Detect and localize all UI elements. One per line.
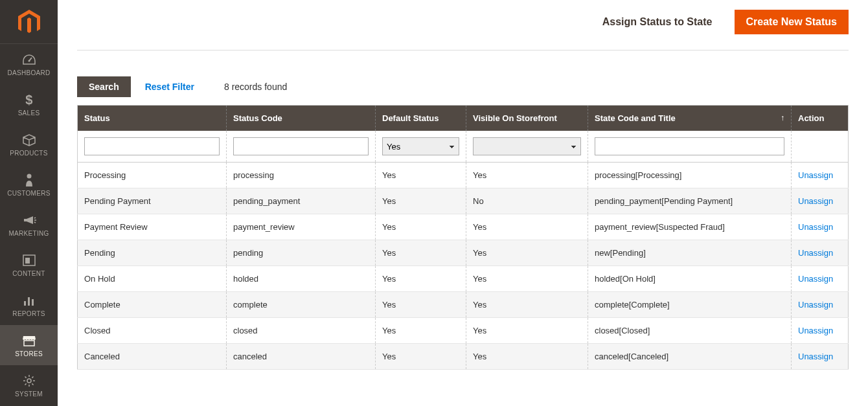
nav-item-reports[interactable]: REPORTS: [0, 285, 58, 325]
cell-visible: Yes: [466, 240, 588, 266]
nav-label: SALES: [18, 109, 40, 117]
cell-visible: Yes: [466, 266, 588, 292]
nav-item-marketing[interactable]: MARKETING: [0, 205, 58, 245]
assign-status-button[interactable]: Assign Status to State: [591, 10, 724, 34]
status-grid: Status Status Code Default Status Visibl…: [77, 105, 849, 370]
cell-status: Pending: [78, 240, 227, 266]
header-status-code[interactable]: Status Code: [227, 106, 376, 131]
nav-label: DASHBOARD: [7, 69, 50, 76]
unassign-link[interactable]: Unassign: [798, 352, 833, 361]
filter-status-input[interactable]: [84, 137, 220, 155]
header-status[interactable]: Status: [78, 106, 227, 131]
cell-status: Canceled: [78, 344, 227, 370]
filter-state-input[interactable]: [595, 137, 784, 155]
cell-code: processing: [227, 163, 376, 188]
cell-visible: No: [466, 188, 588, 214]
table-row[interactable]: ProcessingprocessingYesYesprocessing[Pro…: [78, 163, 849, 188]
magento-logo[interactable]: [0, 0, 58, 44]
filter-code-input[interactable]: [233, 137, 369, 155]
cell-code: holded: [227, 266, 376, 292]
records-count: 8 records found: [224, 82, 287, 92]
table-row[interactable]: CompletecompleteYesYescomplete[Complete]…: [78, 292, 849, 318]
dollar-icon: $: [25, 93, 34, 107]
unassign-link[interactable]: Unassign: [798, 170, 833, 180]
cell-default: Yes: [376, 266, 466, 292]
nav-item-system[interactable]: SYSTEM: [0, 365, 58, 405]
nav-label: CUSTOMERS: [7, 190, 50, 197]
cell-status: Payment Review: [78, 214, 227, 240]
header-state-code-title[interactable]: State Code and Title ↑: [588, 106, 792, 131]
unassign-link[interactable]: Unassign: [798, 300, 833, 310]
unassign-link[interactable]: Unassign: [798, 326, 833, 335]
search-button[interactable]: Search: [77, 76, 131, 97]
reset-filter-link[interactable]: Reset Filter: [145, 82, 194, 92]
cell-code: closed: [227, 318, 376, 344]
nav-label: PRODUCTS: [10, 150, 48, 157]
nav-label: REPORTS: [12, 310, 45, 317]
cell-status: Processing: [78, 163, 227, 188]
cell-status: Closed: [78, 318, 227, 344]
table-row[interactable]: Pending Paymentpending_paymentYesNopendi…: [78, 188, 849, 214]
cell-visible: Yes: [466, 344, 588, 370]
svg-rect-8: [32, 299, 34, 306]
cell-default: Yes: [376, 214, 466, 240]
cell-code: pending_payment: [227, 188, 376, 214]
megaphone-icon: [22, 213, 36, 227]
header-default-status[interactable]: Default Status: [376, 106, 466, 131]
svg-rect-6: [24, 301, 26, 306]
header-action: Action: [792, 106, 849, 131]
cell-state: canceled[Canceled]: [588, 344, 792, 370]
nav-label: MARKETING: [8, 230, 49, 237]
content-icon: [23, 253, 36, 267]
gear-icon: [23, 374, 36, 388]
filter-default-select[interactable]: Yes: [382, 137, 459, 155]
cell-state: processing[Processing]: [588, 163, 792, 188]
table-row[interactable]: Payment Reviewpayment_reviewYesYespaymen…: [78, 214, 849, 240]
filter-visible-select[interactable]: [473, 137, 581, 155]
main-content: Assign Status to State Create New Status…: [58, 0, 868, 406]
nav-item-customers[interactable]: CUSTOMERS: [0, 164, 58, 205]
unassign-link[interactable]: Unassign: [798, 222, 833, 232]
nav-label: CONTENT: [12, 270, 45, 277]
cell-status: Pending Payment: [78, 188, 227, 214]
svg-rect-5: [25, 258, 30, 264]
cell-code: pending: [227, 240, 376, 266]
dashboard-icon: [22, 52, 36, 67]
table-row[interactable]: ClosedclosedYesYesclosed[Closed]Unassign: [78, 318, 849, 344]
cell-default: Yes: [376, 240, 466, 266]
cell-state: payment_review[Suspected Fraud]: [588, 214, 792, 240]
cell-code: payment_review: [227, 214, 376, 240]
cell-code: complete: [227, 292, 376, 318]
unassign-link[interactable]: Unassign: [798, 274, 833, 284]
cell-visible: Yes: [466, 292, 588, 318]
unassign-link[interactable]: Unassign: [798, 248, 833, 258]
table-row[interactable]: PendingpendingYesYesnew[Pending]Unassign: [78, 240, 849, 266]
cell-status: Complete: [78, 292, 227, 318]
svg-point-1: [28, 60, 30, 62]
stores-icon: [22, 333, 36, 348]
sort-arrow-icon: ↑: [781, 113, 784, 122]
nav-label: STORES: [15, 350, 43, 357]
cell-state: new[Pending]: [588, 240, 792, 266]
cell-default: Yes: [376, 163, 466, 188]
nav-item-products[interactable]: PRODUCTS: [0, 124, 58, 164]
header-visible-storefront[interactable]: Visible On Storefront: [466, 106, 588, 131]
svg-point-10: [27, 379, 31, 383]
magento-logo-icon: [18, 10, 40, 34]
nav-item-sales[interactable]: $SALES: [0, 84, 58, 124]
nav-item-dashboard[interactable]: DASHBOARD: [0, 44, 58, 84]
cell-visible: Yes: [466, 163, 588, 188]
create-status-button[interactable]: Create New Status: [735, 10, 849, 34]
nav-item-stores[interactable]: STORES: [0, 325, 58, 365]
unassign-link[interactable]: Unassign: [798, 196, 833, 206]
table-row[interactable]: On HoldholdedYesYesholded[On Hold]Unassi…: [78, 266, 849, 292]
table-row[interactable]: CanceledcanceledYesYescanceled[Canceled]…: [78, 344, 849, 370]
cell-state: complete[Complete]: [588, 292, 792, 318]
nav-item-content[interactable]: CONTENT: [0, 245, 58, 285]
cell-state: holded[On Hold]: [588, 266, 792, 292]
cell-state: pending_payment[Pending Payment]: [588, 188, 792, 214]
nav-label: SYSTEM: [15, 390, 43, 398]
cell-default: Yes: [376, 292, 466, 318]
person-icon: [25, 173, 34, 187]
admin-sidebar: DASHBOARD$SALESPRODUCTSCUSTOMERSMARKETIN…: [0, 0, 58, 406]
